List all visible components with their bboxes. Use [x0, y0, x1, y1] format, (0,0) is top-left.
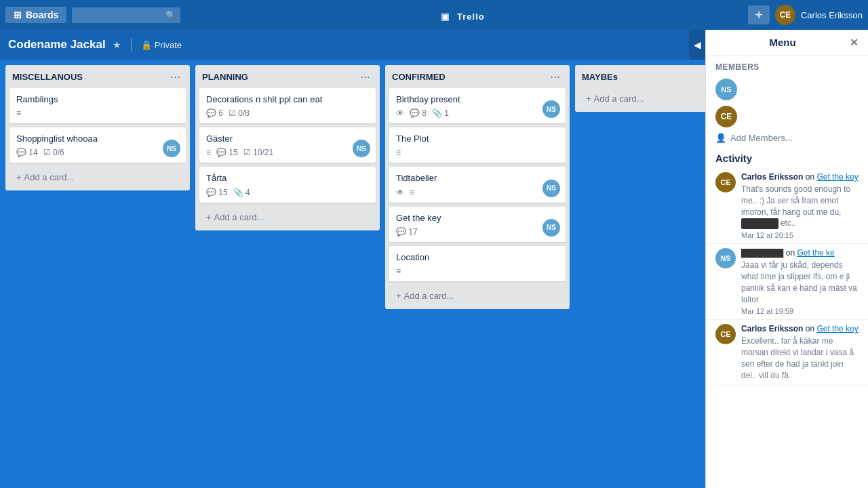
card-avatar-ns: NS: [542, 219, 560, 237]
card-meta: ≡: [16, 108, 179, 118]
add-card-label: Add a card...: [404, 291, 454, 301]
activity-time-1: Mar 12 at 20:15: [741, 231, 859, 239]
card-title: Get the key: [396, 212, 559, 224]
comment-count: 💬 15: [216, 148, 238, 157]
boards-button[interactable]: ⊞ Boards: [5, 7, 66, 23]
card-meta: 👁 ≡: [396, 188, 559, 197]
activity-section-title: Activity: [706, 146, 868, 168]
card-tidtabeller[interactable]: Tidtabeller 👁 ≡ NS: [389, 167, 566, 202]
activity-content-1: Carlos Eriksson on Get the key That's so…: [741, 172, 859, 239]
card-avatar-ns: NS: [542, 100, 560, 118]
list-confirmed: CONFIRMED ··· Birthday present 👁 💬 8 📎 1…: [385, 65, 570, 309]
add-button[interactable]: +: [748, 5, 770, 24]
add-card-button-planning[interactable]: + Add a card...: [199, 208, 376, 226]
user-menu[interactable]: CE Carlos Eriksson: [775, 5, 863, 25]
card-gaster[interactable]: Gäster ≡ 💬 15 ☑ 10/21 NS: [199, 127, 376, 163]
member-avatar-ce: CE: [715, 106, 737, 127]
search-input[interactable]: [72, 7, 180, 23]
activity-text-1: That's sounds good enough to me.. :) Ja …: [741, 184, 859, 229]
list-more-button-misc[interactable]: ···: [167, 70, 183, 83]
card-meta: ≡: [396, 266, 559, 276]
user-avatar: CE: [775, 5, 795, 25]
privacy-badge[interactable]: 🔒 Private: [141, 40, 182, 50]
list-title-miscellanous: MISCELLANOUS: [12, 72, 83, 82]
card-title: Decorations n shit ppl can eat: [206, 94, 369, 106]
person-icon: 👤: [715, 133, 726, 143]
member-row-ns: NS: [706, 76, 868, 103]
comment-count: 💬 15: [206, 188, 228, 197]
plus-icon: +: [16, 172, 22, 182]
desc-icon: ≡: [396, 266, 401, 276]
panel-menu-title: Menu ✕: [706, 30, 868, 56]
add-members-button[interactable]: 👤 Add Members...: [706, 130, 868, 146]
app-header: ⊞ Boards 🔍 ▣ Trello + CE Carlos Eriksson: [0, 0, 868, 30]
member-avatar-ns: NS: [715, 79, 737, 100]
members-section-title: Members: [706, 56, 868, 76]
activity-avatar-ns: NS: [715, 248, 736, 268]
desc-icon: ≡: [16, 108, 21, 118]
activity-on: on: [806, 172, 817, 182]
boards-label: Boards: [26, 9, 58, 20]
card-get-the-key[interactable]: Get the key 💬 17 NS: [389, 207, 566, 242]
card-meta: 💬 14 ☑ 0/6: [16, 148, 179, 157]
card-decorations[interactable]: Decorations n shit ppl can eat 💬 6 ☑ 0/8: [199, 88, 376, 123]
activity-link-2[interactable]: Get the ke: [797, 248, 834, 258]
card-title: Birthday present: [396, 94, 559, 106]
activity-link-3[interactable]: Get the key: [816, 324, 858, 333]
card-the-plot[interactable]: The Plot ≡: [389, 127, 566, 163]
list-header-confirmed: CONFIRMED ···: [385, 65, 570, 88]
board-title: Codename Jackal: [8, 38, 106, 52]
author-redacted: ████████: [741, 249, 783, 257]
add-card-button-confirmed[interactable]: + Add a card...: [389, 287, 566, 305]
activity-on: on: [786, 248, 797, 258]
activity-content-3: Carlos Eriksson on Get the key Excellent…: [741, 324, 859, 381]
list-miscellanous: MISCELLANOUS ··· Ramblings ≡ Shoppinglis…: [5, 65, 190, 190]
card-location[interactable]: Location ≡: [389, 246, 566, 281]
activity-item-1: CE Carlos Eriksson on Get the key That's…: [706, 168, 868, 244]
card-meta: ≡: [396, 148, 559, 157]
search-wrapper: 🔍: [72, 7, 180, 23]
list-header-planning: PLANNING ···: [195, 65, 380, 88]
activity-text-2: Jaaa vi får ju skåd, depends what time j…: [741, 260, 859, 305]
card-birthday-present[interactable]: Birthday present 👁 💬 8 📎 1 NS: [389, 88, 566, 123]
activity-author-3: Carlos Eriksson on Get the key: [741, 324, 859, 333]
author-name-3: Carlos Eriksson: [741, 324, 803, 333]
list-cards-misc: Ramblings ≡ Shoppinglist whooaa 💬 14 ☑ 0…: [5, 88, 190, 167]
desc-icon: ≡: [410, 188, 414, 197]
add-card-button-misc[interactable]: + Add a card...: [9, 168, 186, 186]
list-title-confirmed: CONFIRMED: [392, 72, 446, 82]
add-card-label: Add a card...: [214, 212, 264, 222]
menu-title-label: Menu: [769, 37, 795, 48]
user-name: Carlos Eriksson: [801, 10, 863, 20]
close-panel-icon[interactable]: ✕: [850, 37, 859, 49]
card-tarta[interactable]: Tårta 💬 15 📎 4: [199, 167, 376, 202]
list-more-button-planning[interactable]: ···: [357, 70, 373, 83]
card-shoppinglist[interactable]: Shoppinglist whooaa 💬 14 ☑ 0/6 NS: [9, 127, 186, 163]
activity-avatar-ce2: CE: [715, 324, 736, 344]
trello-icon: ▣: [441, 12, 450, 22]
activity-author-2: ████████ on Get the ke: [741, 248, 859, 258]
author-name: Carlos Eriksson: [741, 172, 803, 182]
card-title: Tidtabeller: [396, 172, 559, 184]
list-title-maybes: MAYBEs: [582, 72, 618, 82]
comment-count: 💬 6: [206, 108, 223, 118]
collapse-panel-button[interactable]: ◀: [689, 30, 705, 60]
list-more-button-confirmed[interactable]: ···: [547, 70, 563, 83]
card-title: Ramblings: [16, 94, 179, 106]
activity-item-3: CE Carlos Eriksson on Get the key Excell…: [706, 320, 868, 386]
card-avatar-ns: NS: [542, 180, 560, 197]
card-title: Shoppinglist whooaa: [16, 133, 179, 145]
search-icon: 🔍: [165, 10, 176, 20]
card-ramblings[interactable]: Ramblings ≡: [9, 88, 186, 123]
card-title: Location: [396, 251, 559, 264]
plus-icon: +: [206, 212, 212, 222]
app-logo: ▣ Trello: [186, 7, 743, 23]
redacted-text: ███████: [741, 218, 778, 228]
card-meta: 💬 15 📎 4: [206, 188, 369, 197]
activity-link-1[interactable]: Get the key: [816, 172, 858, 182]
eye-icon: 👁: [396, 188, 404, 197]
eye-icon: 👁: [396, 108, 404, 118]
list-cards-planning: Decorations n shit ppl can eat 💬 6 ☑ 0/8…: [195, 88, 380, 207]
card-meta: ≡ 💬 15 ☑ 10/21: [206, 148, 369, 157]
star-icon[interactable]: ★: [113, 39, 121, 50]
